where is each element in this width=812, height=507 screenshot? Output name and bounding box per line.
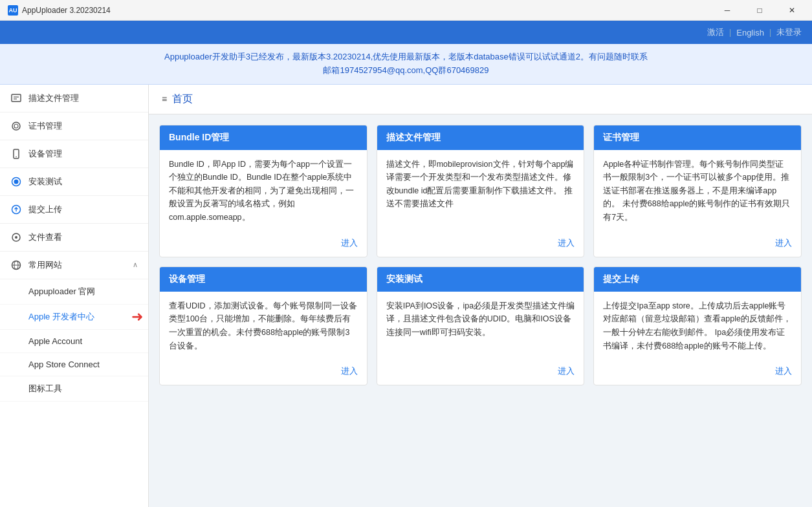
card-header-bundle-id: Bundle ID管理 [160, 125, 367, 150]
card-body-install-test: 安装IPA到IOS设备，ipa必须是开发类型描述文件编译，且描述文件包含设备的U… [377, 292, 584, 361]
language-link[interactable]: English [736, 28, 764, 38]
card-submit-upload: 提交上传上传提交Ipa至app store。上传成功后去apple账号对应邮箱（… [593, 266, 802, 386]
maximize-button[interactable]: □ [745, 0, 774, 21]
topbar: 激活 | English | 未登录 [0, 21, 812, 44]
card-header-profile-mgmt: 描述文件管理 [377, 125, 584, 150]
titlebar-title: AppUploader 3.20230214 [22, 6, 111, 15]
card-enter-link-submit-upload[interactable]: 进入 [775, 366, 792, 376]
sidebar-label-install: 安装测试 [28, 176, 62, 188]
sidebar-label-device: 设备管理 [28, 148, 62, 160]
sidebar-item-file-viewer[interactable]: 文件查看 [0, 224, 148, 252]
activate-link[interactable]: 激活 [707, 27, 724, 38]
card-enter-link-bundle-id[interactable]: 进入 [341, 238, 358, 248]
card-body-device-mgmt: 查看UDID，添加测试设备。每个账号限制同一设备类型100台，只能增加，不能删除… [160, 292, 367, 361]
sidebar-label-upload: 提交上传 [28, 204, 62, 215]
card-header-device-mgmt: 设备管理 [160, 267, 367, 292]
main-layout: 描述文件管理 证书管理 设备管理 [0, 85, 812, 507]
sidebar-item-profile-mgmt[interactable]: 描述文件管理 [0, 85, 148, 113]
divider1: | [729, 28, 731, 37]
content-area: ≡ 首页 Bundle ID管理Bundle ID，即App ID，需要为每个a… [149, 85, 812, 507]
announcement-bar: Appuploader开发助手3已经发布，最新版本3.20230214,优先使用… [0, 44, 812, 85]
sidebar-sub-appuploader[interactable]: Appuploader 官网 [0, 279, 148, 305]
websites-icon [10, 259, 22, 271]
sidebar-item-install-test[interactable]: 安装测试 [0, 168, 148, 196]
sidebar-item-cert-mgmt[interactable]: 证书管理 [0, 113, 148, 140]
login-link[interactable]: 未登录 [776, 27, 802, 38]
card-footer-submit-upload: 进入 [594, 360, 801, 385]
sidebar-sub-icon-tool[interactable]: 图标工具 [0, 376, 148, 402]
announcement-line2: 邮箱1974527954@qq.com,QQ群670469829 [13, 64, 799, 78]
sidebar-label-profile: 描述文件管理 [28, 92, 79, 104]
titlebar: AU AppUploader 3.20230214 ─ □ ✕ [0, 0, 812, 21]
card-body-bundle-id: Bundle ID，即App ID，需要为每个app一个设置一个独立的Bundl… [160, 150, 367, 232]
card-enter-link-profile-mgmt[interactable]: 进入 [558, 238, 575, 248]
card-footer-profile-mgmt: 进入 [377, 232, 584, 257]
card-body-profile-mgmt: 描述文件，即mobileprovision文件，针对每个app编译需要一个开发类… [377, 150, 584, 232]
sidebar: 描述文件管理 证书管理 设备管理 [0, 85, 149, 507]
svg-point-8 [14, 179, 19, 184]
card-header-cert-mgmt: 证书管理 [594, 125, 801, 150]
close-button[interactable]: ✕ [777, 0, 807, 21]
card-footer-bundle-id: 进入 [160, 232, 367, 257]
cards-grid: Bundle ID管理Bundle ID，即App ID，需要为每个app一个设… [149, 114, 812, 396]
minimize-button[interactable]: ─ [712, 0, 742, 21]
section-arrow: ∧ [133, 261, 138, 269]
page-title: 首页 [172, 92, 193, 106]
card-bundle-id: Bundle ID管理Bundle ID，即App ID，需要为每个app一个设… [159, 125, 368, 257]
upload-icon [10, 204, 22, 215]
sidebar-label-file: 文件查看 [28, 232, 62, 243]
card-enter-link-cert-mgmt[interactable]: 进入 [775, 238, 792, 248]
card-device-mgmt: 设备管理查看UDID，添加测试设备。每个账号限制同一设备类型100台，只能增加，… [159, 266, 368, 386]
card-enter-link-device-mgmt[interactable]: 进入 [341, 366, 358, 376]
announcement-line1: Appuploader开发助手3已经发布，最新版本3.20230214,优先使用… [13, 50, 799, 64]
card-profile-mgmt: 描述文件管理描述文件，即mobileprovision文件，针对每个app编译需… [377, 125, 585, 257]
svg-point-11 [15, 236, 17, 239]
sidebar-item-submit-upload[interactable]: 提交上传 [0, 196, 148, 224]
card-footer-cert-mgmt: 进入 [594, 232, 801, 257]
card-body-cert-mgmt: Apple各种证书制作管理。每个账号制作同类型证书一般限制3个，一个证书可以被多… [594, 150, 801, 232]
profile-icon [10, 92, 22, 104]
install-icon [10, 176, 22, 188]
card-header-submit-upload: 提交上传 [594, 267, 801, 292]
app-icon: AU [8, 5, 18, 16]
sidebar-section-websites[interactable]: 常用网站 ∧ [0, 252, 148, 279]
svg-rect-0 [12, 94, 21, 102]
svg-point-3 [12, 122, 20, 130]
window-controls: ─ □ ✕ [712, 0, 807, 21]
page-header: ≡ 首页 [149, 85, 812, 114]
sidebar-sub-app-store-connect[interactable]: App Store Connect [0, 353, 148, 376]
svg-point-6 [16, 156, 17, 157]
card-header-install-test: 安装测试 [377, 267, 584, 292]
card-cert-mgmt: 证书管理Apple各种证书制作管理。每个账号制作同类型证书一般限制3个，一个证书… [593, 125, 802, 257]
sidebar-sub-apple-account[interactable]: Apple Account [0, 330, 148, 353]
file-icon [10, 232, 22, 243]
divider2: | [769, 28, 771, 37]
sidebar-item-device-mgmt[interactable]: 设备管理 [0, 140, 148, 168]
card-enter-link-install-test[interactable]: 进入 [558, 366, 575, 376]
device-icon [10, 148, 22, 160]
card-install-test: 安装测试安装IPA到IOS设备，ipa必须是开发类型描述文件编译，且描述文件包含… [377, 266, 585, 386]
sidebar-label-cert: 证书管理 [28, 120, 62, 132]
websites-section-label: 常用网站 [28, 259, 62, 271]
sidebar-sub-apple-developer[interactable]: Apple 开发者中心 ➜ [0, 305, 148, 330]
card-footer-device-mgmt: 进入 [160, 360, 367, 385]
card-body-submit-upload: 上传提交Ipa至app store。上传成功后去apple账号对应邮箱（留意垃圾… [594, 292, 801, 361]
card-footer-install-test: 进入 [377, 360, 584, 385]
cert-icon [10, 120, 22, 132]
arrow-indicator: ➜ [131, 310, 143, 324]
page-header-icon: ≡ [162, 94, 167, 104]
svg-point-4 [14, 124, 18, 128]
